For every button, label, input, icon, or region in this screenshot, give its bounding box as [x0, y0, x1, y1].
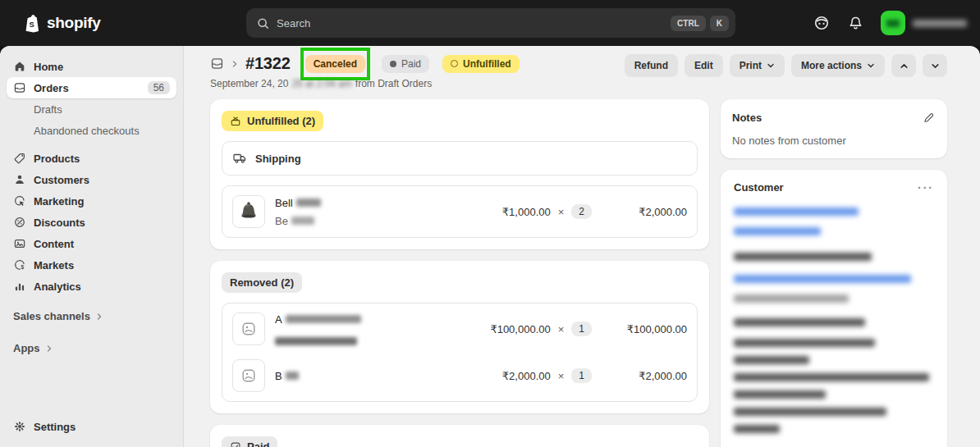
- analytics-icon: [13, 280, 26, 293]
- address-line-redacted: [734, 390, 826, 399]
- shopify-logo[interactable]: S shopify: [13, 13, 100, 33]
- unfulfilled-status-pill: Unfulfilled (2): [222, 111, 323, 131]
- order-date: September 24, 2025 at 2:04 am from Draft…: [210, 78, 520, 89]
- topbar-actions: [813, 11, 967, 35]
- product-name-link[interactable]: B: [275, 370, 444, 382]
- customer-menu-dots[interactable]: ···: [918, 184, 934, 192]
- sidebar-item-markets[interactable]: $ Markets: [7, 254, 176, 276]
- sidebar-item-settings[interactable]: Settings: [7, 416, 176, 437]
- unfulfilled-count-label: Unfulfilled (2): [247, 115, 315, 127]
- unit-price-group: ₹1,000.00 × 2: [454, 204, 592, 219]
- line-item-info: A: [275, 313, 444, 345]
- search-input[interactable]: Search CTRL K: [246, 8, 735, 38]
- order-actions: Refund Edit Print More actions: [625, 54, 947, 77]
- phone-number-redacted: [734, 294, 849, 303]
- notes-body: No notes from customer: [732, 135, 936, 147]
- address-line-redacted: [734, 356, 809, 364]
- main-content: #1322 Canceled Paid Unfulfilled: [184, 46, 980, 447]
- chevron-right-icon: [45, 344, 53, 353]
- markets-icon: $: [13, 258, 26, 271]
- status-badge-canceled: Canceled: [305, 55, 365, 73]
- app-frame: Home Orders 56 Drafts Abandoned checkout…: [0, 46, 980, 447]
- sidebar-item-products[interactable]: Products: [7, 148, 176, 169]
- sidebar-item-label: Drafts: [34, 103, 62, 116]
- product-variant: Be: [275, 215, 444, 227]
- previous-order-button[interactable]: [891, 54, 916, 77]
- edit-button[interactable]: Edit: [685, 54, 723, 77]
- removed-items-box: A ₹100,000.00 × 1: [222, 303, 698, 402]
- product-name-redacted: [286, 315, 361, 323]
- next-order-button[interactable]: [923, 54, 947, 77]
- key-ctrl: CTRL: [671, 16, 706, 31]
- sidebar-item-marketing[interactable]: Marketing: [7, 190, 176, 212]
- order-header-left: #1322 Canceled Paid Unfulfilled: [210, 54, 520, 89]
- customer-title: Customer: [734, 181, 784, 194]
- order-date-redacted: 25 at 2:04 am: [291, 78, 351, 89]
- line-item-row: A ₹100,000.00 × 1: [222, 303, 697, 354]
- svg-text:$: $: [21, 264, 24, 271]
- refund-button[interactable]: Refund: [625, 54, 678, 77]
- sidebar-apps[interactable]: Apps: [7, 342, 176, 354]
- subline-redacted: [275, 337, 357, 345]
- breadcrumb-chevron-icon: [231, 60, 239, 68]
- sidebar-item-customers[interactable]: Customers: [7, 169, 176, 190]
- address-line-redacted: [734, 339, 875, 347]
- multiply-sign: ×: [558, 323, 565, 335]
- chevron-down-icon: [867, 62, 875, 70]
- variant-redacted: [291, 217, 314, 225]
- sidebar-item-label: Orders: [34, 82, 69, 94]
- line-item-info: Bell Be: [275, 197, 444, 227]
- customer-card: Customer ···: [721, 170, 947, 447]
- sidebar-item-abandoned-checkouts[interactable]: Abandoned checkouts: [7, 120, 176, 141]
- brand-wordmark: shopify: [47, 14, 100, 32]
- shipping-address-heading-redacted: [734, 318, 865, 326]
- address-line-redacted: [734, 425, 780, 433]
- sidekick-icon[interactable]: [813, 14, 831, 32]
- sidebar-item-discounts[interactable]: Discounts: [7, 212, 176, 233]
- edit-pencil-icon[interactable]: [923, 111, 936, 124]
- product-name-visible: B: [275, 370, 282, 382]
- marketing-icon: [13, 194, 26, 208]
- sidebar-item-label: Analytics: [34, 281, 81, 293]
- order-side-column: Notes No notes from customer Customer ··…: [721, 99, 947, 447]
- product-name-redacted: [286, 372, 299, 380]
- image-placeholder-icon: [240, 367, 257, 384]
- chevron-right-icon: [95, 312, 103, 321]
- settings-gear-icon: [13, 420, 26, 433]
- customer-orders-link-redacted[interactable]: [734, 227, 821, 235]
- search-icon: [256, 16, 270, 30]
- print-button[interactable]: Print: [730, 54, 785, 77]
- sidebar-item-label: Customers: [34, 174, 89, 186]
- product-name-link[interactable]: A: [275, 313, 444, 326]
- sidebar-item-orders[interactable]: Orders 56: [7, 77, 176, 98]
- payment-card: Paid: [210, 425, 709, 447]
- store-name-redacted: [913, 20, 967, 27]
- customer-email-link-redacted[interactable]: [734, 275, 911, 283]
- account-menu[interactable]: [881, 11, 967, 35]
- shipping-box: Shipping: [222, 141, 698, 176]
- print-label: Print: [740, 60, 762, 71]
- notifications-bell-icon[interactable]: [847, 15, 864, 32]
- unit-price: ₹2,000.00: [502, 370, 551, 382]
- package-icon: [230, 116, 241, 127]
- fulfillment-items-box: Bell Be ₹1,000.00 ×: [222, 185, 698, 238]
- sidebar-item-content[interactable]: Content: [7, 233, 176, 254]
- more-actions-button[interactable]: More actions: [791, 54, 885, 77]
- product-thumbnail: [232, 195, 265, 228]
- quantity-pill: 2: [571, 204, 592, 219]
- orders-icon: [13, 81, 26, 94]
- sidebar-item-analytics[interactable]: Analytics: [7, 276, 176, 297]
- svg-text:S: S: [29, 21, 34, 29]
- sidebar-sales-channels[interactable]: Sales channels: [7, 310, 176, 322]
- line-item-row: B ₹2,000.00 × 1 ₹2,000.00: [222, 354, 697, 401]
- order-date-prefix: September 24, 20: [210, 78, 288, 89]
- customer-name-link-redacted[interactable]: [734, 208, 859, 216]
- paid-pill: Paid: [222, 436, 277, 447]
- product-name-link[interactable]: Bell: [275, 197, 444, 209]
- unfulfilled-card: Unfulfilled (2) Shipping: [210, 99, 709, 249]
- sidebar-item-drafts[interactable]: Drafts: [7, 98, 176, 120]
- paid-label: Paid: [247, 440, 269, 447]
- removed-card: Removed (2): [210, 261, 709, 413]
- sidebar-item-home[interactable]: Home: [7, 56, 176, 77]
- address-line-redacted: [734, 373, 929, 381]
